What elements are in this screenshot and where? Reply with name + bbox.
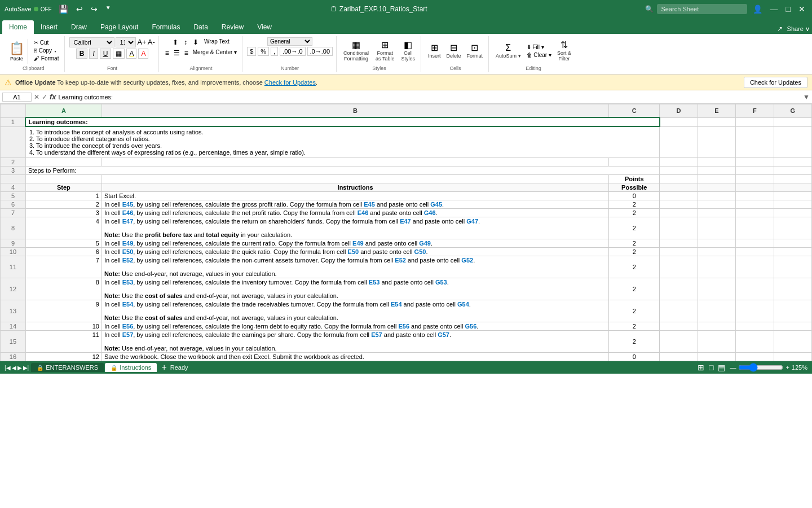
copy-button[interactable]: ⎘ Copy ▾ <box>32 47 61 54</box>
insert-button[interactable]: ⊞ Insert <box>426 42 443 60</box>
format-painter-button[interactable]: 🖌 Format <box>32 55 61 62</box>
step-header[interactable]: Step <box>25 183 102 192</box>
font-size-select[interactable]: 11 <box>116 37 136 47</box>
instruction-4[interactable]: In cell E47, by using cell references, c… <box>102 217 608 239</box>
col-header-g[interactable]: G <box>774 104 811 118</box>
paste-button[interactable]: 📋 Paste <box>6 39 28 64</box>
step-4[interactable]: 4 <box>25 217 102 239</box>
page-layout-view-button[interactable]: □ <box>709 363 713 372</box>
step-2[interactable]: 2 <box>25 200 102 209</box>
tab-insert[interactable]: Insert <box>34 20 64 34</box>
points-1[interactable]: 0 <box>609 192 660 200</box>
instruction-7[interactable]: In cell E52, by using cell references, c… <box>102 256 608 278</box>
points-10[interactable]: 2 <box>609 322 660 331</box>
points-7[interactable]: 2 <box>609 256 660 278</box>
sort-filter-button[interactable]: ⇅ Sort &Filter <box>555 40 573 63</box>
cell-c2[interactable] <box>609 158 660 167</box>
points-6[interactable]: 2 <box>609 248 660 256</box>
decrease-decimal-icon[interactable]: .00→.0 <box>280 47 305 56</box>
restore-icon[interactable]: □ <box>784 3 793 15</box>
tab-draw[interactable]: Draw <box>64 20 94 34</box>
instruction-8[interactable]: In cell E53, by using cell references, c… <box>102 278 608 300</box>
font-name-select[interactable]: Calibri <box>69 37 114 47</box>
tab-first-icon[interactable]: |◀ <box>5 365 11 371</box>
formula-expand-icon[interactable]: ▼ <box>803 93 810 101</box>
points-8[interactable]: 2 <box>609 278 660 300</box>
instruction-3[interactable]: In cell E46, by using cell references, c… <box>102 209 608 217</box>
instruction-2[interactable]: In cell E45, by using cell references, c… <box>102 200 608 209</box>
col-header-a[interactable]: A <box>25 104 102 118</box>
fill-button[interactable]: ⬇ Fill ▾ <box>524 43 554 51</box>
close-icon[interactable]: ✕ <box>796 3 807 15</box>
underline-button[interactable]: U <box>100 49 112 59</box>
decrease-font-icon[interactable]: A- <box>148 38 155 46</box>
col-header-d[interactable]: D <box>660 104 698 118</box>
instruction-6[interactable]: In cell E50, by using cell references, c… <box>102 248 608 256</box>
top-align-icon[interactable]: ⬆ <box>170 37 180 47</box>
conditional-formatting-button[interactable]: ▦ ConditionalFormatting <box>341 40 371 63</box>
cell-a3[interactable]: Steps to Perform: <box>25 167 659 175</box>
percent-icon[interactable]: % <box>258 47 269 56</box>
fill-color-button[interactable]: A <box>126 49 136 59</box>
step-11[interactable]: 11 <box>25 331 102 353</box>
cancel-formula-icon[interactable]: ✕ <box>34 93 39 101</box>
step-12[interactable]: 12 <box>25 353 102 361</box>
delete-button[interactable]: ⊟ Delete <box>444 42 463 60</box>
col-header-f[interactable]: F <box>736 104 774 118</box>
undo-icon[interactable]: ↩ <box>74 3 85 15</box>
zoom-out-button[interactable]: — <box>730 364 736 371</box>
tab-review[interactable]: Review <box>215 20 250 34</box>
check-updates-button[interactable]: Check for Updates <box>744 77 807 88</box>
increase-font-icon[interactable]: A+ <box>137 38 146 46</box>
minimize-icon[interactable]: — <box>768 3 780 15</box>
align-center-icon[interactable]: ☰ <box>172 49 182 58</box>
instruction-5[interactable]: In cell E49, by using cell references, c… <box>102 239 608 248</box>
autosum-button[interactable]: Σ AutoSum ▾ <box>493 42 523 60</box>
instruction-12[interactable]: Save the workbook. Close the workbook an… <box>102 353 608 361</box>
italic-button[interactable]: I <box>89 49 98 59</box>
merge-center-button[interactable]: Merge & Center ▾ <box>191 49 239 58</box>
instruction-1[interactable]: Start Excel. <box>102 192 608 200</box>
cell-b2[interactable] <box>102 158 608 167</box>
instruction-9[interactable]: In cell E54, by using cell references, c… <box>102 300 608 322</box>
cut-button[interactable]: ✂ Cut <box>32 39 61 46</box>
clear-button[interactable]: 🗑 Clear ▾ <box>524 51 554 59</box>
step-9[interactable]: 9 <box>25 300 102 322</box>
col-header-e[interactable]: E <box>698 104 735 118</box>
tab-last-icon[interactable]: ▶| <box>23 365 29 371</box>
step-5[interactable]: 5 <box>25 239 102 248</box>
zoom-slider[interactable] <box>738 363 783 372</box>
save-icon[interactable]: 💾 <box>56 3 70 15</box>
step-10[interactable]: 10 <box>25 322 102 331</box>
points-4[interactable]: 2 <box>609 217 660 239</box>
cell-a2[interactable] <box>25 158 102 167</box>
points-11[interactable]: 2 <box>609 331 660 353</box>
possible-header[interactable]: Possible <box>609 183 660 192</box>
formula-input[interactable]: Learning outcomes: <box>59 94 801 100</box>
tab-prev-icon[interactable]: ◀ <box>12 365 16 371</box>
cell-a1[interactable]: Learning outcomes: <box>25 117 659 126</box>
format-button[interactable]: ⊡ Format <box>464 42 485 60</box>
comma-icon[interactable]: , <box>271 47 278 56</box>
zoom-in-button[interactable]: + <box>785 364 789 371</box>
step-3[interactable]: 3 <box>25 209 102 217</box>
step-8[interactable]: 8 <box>25 278 102 300</box>
instruction-10[interactable]: In cell E56, by using cell references, c… <box>102 322 608 331</box>
cell-g1[interactable] <box>774 117 811 126</box>
step-1[interactable]: 1 <box>25 192 102 200</box>
cell-e1[interactable] <box>698 117 735 126</box>
cell-b1-content[interactable]: 1. To introduce the concept of analysis … <box>25 126 659 158</box>
points-2[interactable]: 2 <box>609 200 660 209</box>
points-9[interactable]: 2 <box>609 300 660 322</box>
align-left-icon[interactable]: ≡ <box>164 49 171 58</box>
instruction-11[interactable]: In cell E57, by using cell references, c… <box>102 331 608 353</box>
bottom-align-icon[interactable]: ⬇ <box>191 37 201 47</box>
autosave-indicator[interactable]: AutoSave OFF <box>5 6 52 12</box>
tab-view[interactable]: View <box>250 20 279 34</box>
confirm-formula-icon[interactable]: ✓ <box>42 93 47 101</box>
number-format-select[interactable]: General <box>267 37 312 46</box>
font-color-button[interactable]: A <box>138 49 148 59</box>
middle-align-icon[interactable]: ↕ <box>182 37 189 47</box>
check-updates-link[interactable]: Check for Updates <box>264 79 316 86</box>
points-12[interactable]: 0 <box>609 353 660 361</box>
